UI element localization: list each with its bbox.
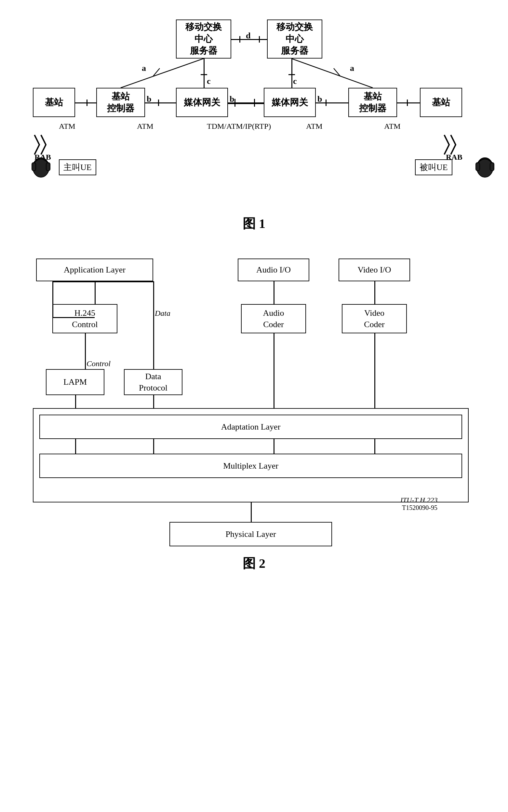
line-adapt-mux-2: [153, 439, 154, 454]
msc-left-label: 移动交换 中心 服务器: [185, 21, 222, 56]
line-app-left-v: [52, 281, 53, 317]
mg-right-box: 媒体网关: [264, 88, 316, 117]
bs-left-label: 基站: [45, 96, 63, 108]
data-protocol-label: Data Protocol: [139, 371, 168, 393]
caller-ue-label: 主叫UE: [59, 159, 96, 175]
tick-d1: [239, 36, 240, 43]
line-audio-io-coder: [273, 281, 274, 304]
line-bsc-bs-right: [397, 102, 420, 103]
label-b3: b: [318, 94, 322, 104]
svg-line-1: [153, 68, 160, 76]
line-data-v: [153, 281, 154, 369]
callee-ue-label: 被叫UE: [415, 159, 452, 175]
data-protocol-box: Data Protocol: [124, 369, 182, 395]
audio-io-box: Audio I/O: [238, 259, 309, 281]
fig2-title-text: 图 2: [243, 556, 265, 571]
multiplex-layer-box: Multiplex Layer: [39, 454, 462, 478]
svg-rect-6: [46, 163, 50, 171]
caller-ue-icon: [28, 153, 54, 180]
video-io-box: Video I/O: [339, 259, 410, 281]
tick-c-right: [289, 74, 295, 75]
tdm-label: TDM/ATM/IP(RTP): [207, 122, 271, 131]
atm3-label: ATM: [306, 122, 323, 131]
bsc-left-label: 基站 控制器: [107, 91, 134, 115]
mg-left-box: 媒体网关: [176, 88, 228, 117]
svg-rect-9: [490, 163, 494, 171]
label-d: d: [246, 31, 250, 41]
label-c1: c: [207, 76, 211, 86]
line-h245-lapm: [85, 333, 86, 369]
video-coder-label: Video Coder: [364, 307, 385, 330]
line-app-top-h: [52, 281, 153, 282]
physical-layer-label: Physical Layer: [225, 528, 276, 540]
mg-right-label: 媒体网关: [271, 96, 308, 108]
tick1: [86, 99, 87, 106]
data-label: Data: [155, 309, 170, 318]
atm2-label: ATM: [137, 122, 154, 131]
callee-ue-icon: [472, 153, 498, 180]
fig1-title-text: 图 1: [243, 216, 265, 231]
physical-layer-box: Physical Layer: [169, 522, 332, 546]
svg-rect-5: [32, 163, 36, 171]
video-io-label: Video I/O: [357, 264, 391, 275]
video-coder-box: Video Coder: [342, 304, 407, 333]
tick-c-left: [201, 74, 207, 75]
itu-label: ITU-T H.223: [400, 496, 438, 504]
adaptation-layer-box: Adaptation Layer: [39, 415, 462, 439]
mg-left-label: 媒体网关: [184, 96, 220, 108]
multiplex-layer-label: Multiplex Layer: [223, 460, 279, 472]
line-video-coder-adapt: [374, 333, 375, 408]
svg-line-3: [334, 68, 340, 76]
label-a-left: a: [142, 63, 146, 73]
tick4: [254, 99, 255, 106]
svg-line-2: [291, 58, 373, 88]
line-lapm-adapt: [75, 395, 76, 408]
msc-right-label: 移动交换 中心 服务器: [277, 21, 313, 56]
msc-right-box: 移动交换 中心 服务器: [267, 19, 322, 58]
atm1-label: ATM: [59, 122, 76, 131]
label-b2: b: [229, 94, 234, 104]
line-msc-mg-left: [204, 58, 205, 88]
bsc-right-box: 基站 控制器: [348, 88, 397, 117]
line-audio-coder-adapt: [273, 333, 274, 408]
control-label: Control: [86, 359, 111, 368]
label-b1: b: [147, 94, 151, 104]
bs-right-label: 基站: [432, 96, 450, 108]
line-app-h245: [95, 281, 96, 304]
figure2-container: Application Layer Audio I/O Video I/O H.…: [19, 246, 489, 585]
tick2: [158, 99, 159, 106]
figure1-diagram: 移动交换 中心 服务器 移动交换 中心 服务器 基站 基站 控制器 媒体网关 媒…: [26, 16, 482, 205]
app-layer-box: Application Layer: [36, 259, 153, 281]
line-msc-mg-right: [291, 58, 292, 88]
figure2-diagram: Application Layer Audio I/O Video I/O H.…: [26, 252, 482, 545]
page: 移动交换 中心 服务器 移动交换 中心 服务器 基站 基站 控制器 媒体网关 媒…: [0, 0, 508, 595]
line-dataprot-adapt: [153, 395, 154, 408]
bsc-right-label: 基站 控制器: [359, 91, 386, 115]
bsc-left-box: 基站 控制器: [96, 88, 145, 117]
msc-left-box: 移动交换 中心 服务器: [176, 19, 231, 58]
tick3: [235, 99, 236, 106]
h245-label: H.245 Control: [72, 307, 97, 330]
bs-left-box: 基站: [33, 88, 75, 117]
label-c2: c: [293, 76, 297, 86]
adaptation-layer-label: Adaptation Layer: [221, 421, 281, 432]
line-bs-bsc-left: [75, 102, 96, 103]
bs-right-box: 基站: [420, 88, 462, 117]
line-adapt-mux-3: [273, 439, 274, 454]
atm4-label: ATM: [384, 122, 401, 131]
line-video-io-coder: [374, 281, 375, 304]
line-adapt-mux-4: [374, 439, 375, 454]
lapm-box: LAPM: [46, 369, 104, 395]
diagonal-lines-svg: [26, 16, 482, 205]
line-adapt-mux-1: [75, 439, 76, 454]
app-layer-label: Application Layer: [64, 264, 126, 275]
fig1-caption: 图 1: [19, 215, 489, 232]
label-a-right: a: [350, 63, 354, 73]
audio-coder-label: Audio Coder: [263, 307, 284, 330]
svg-rect-8: [476, 163, 480, 171]
lapm-label: LAPM: [64, 376, 87, 388]
svg-line-0: [121, 58, 204, 88]
fig2-caption: 图 2: [19, 554, 489, 572]
tick5: [326, 99, 327, 106]
t-number-label: T1520090-95: [402, 504, 437, 512]
